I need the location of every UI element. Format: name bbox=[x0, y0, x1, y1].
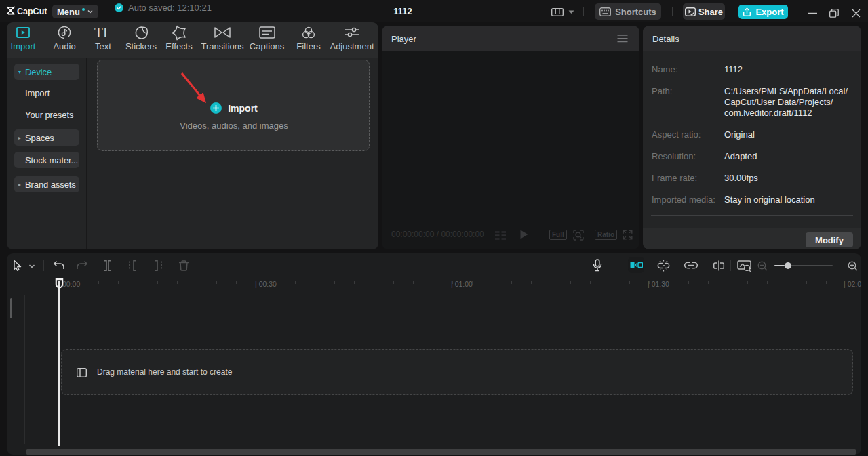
svg-text:TI: TI bbox=[94, 26, 108, 39]
